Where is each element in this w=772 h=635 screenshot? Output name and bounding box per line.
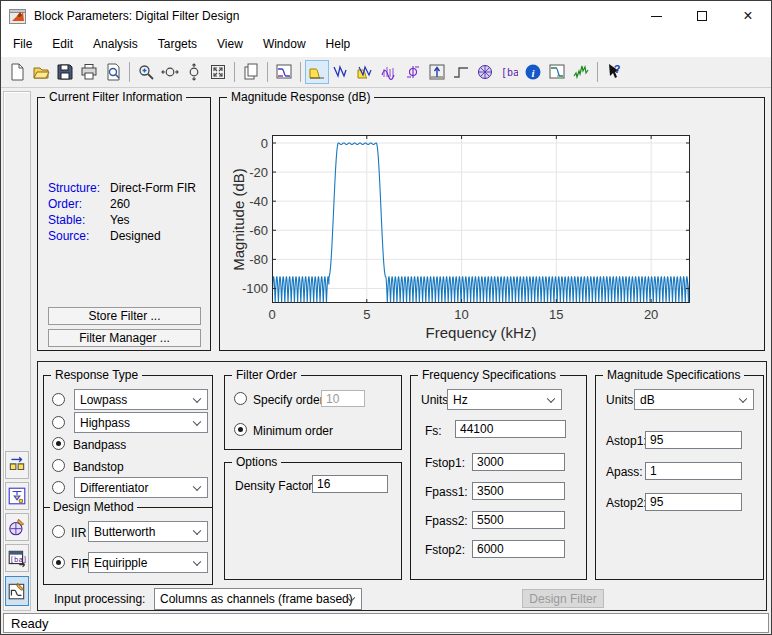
fir-method-combo[interactable]: Equiripple — [88, 552, 208, 573]
print-icon — [80, 63, 98, 81]
filter-visualization-button[interactable] — [272, 60, 296, 84]
menu-targets[interactable]: Targets — [148, 33, 207, 55]
lowpass-combo[interactable]: Lowpass — [74, 389, 208, 410]
svg-text:[ba]: [ba] — [10, 555, 27, 564]
maximize-icon — [697, 11, 707, 21]
open-button[interactable] — [29, 60, 53, 84]
specify-order-label: Specify order: — [253, 393, 327, 407]
zoom-x-button[interactable] — [158, 60, 182, 84]
group-delay-button[interactable] — [377, 60, 401, 84]
filter-specifications-icon — [548, 63, 566, 81]
print-to-figure-button[interactable] — [239, 60, 263, 84]
specify-order-radio[interactable] — [234, 392, 247, 405]
menu-window[interactable]: Window — [253, 33, 316, 55]
mag-units-combo[interactable]: dB — [634, 389, 754, 410]
chevron-down-icon — [193, 417, 201, 425]
chevron-down-icon — [193, 482, 201, 490]
design-filter-button[interactable]: Design Filter — [522, 589, 604, 608]
phase-delay-button[interactable] — [401, 60, 425, 84]
filter-info-button[interactable]: i — [521, 60, 545, 84]
import-filter-button[interactable]: [ba] — [5, 544, 29, 572]
bandstop-label: Bandstop — [73, 460, 124, 474]
phase-response-button[interactable] — [329, 60, 353, 84]
menubar: File Edit Analysis Targets View Window H… — [1, 31, 771, 57]
order-label: Order: — [48, 197, 82, 211]
fir-radio[interactable] — [52, 556, 65, 569]
step-response-button[interactable] — [449, 60, 473, 84]
panel-title: Response Type — [51, 368, 142, 382]
menu-file[interactable]: File — [3, 33, 42, 55]
zoom-y-button[interactable] — [182, 60, 206, 84]
menu-view[interactable]: View — [207, 33, 253, 55]
bandstop-radio[interactable] — [52, 459, 65, 472]
astop2-input[interactable] — [645, 493, 742, 511]
full-view-button[interactable] — [206, 60, 230, 84]
status-text: Ready — [11, 616, 49, 631]
pole-zero-editor-button[interactable] — [5, 513, 29, 541]
apass-input[interactable] — [645, 462, 742, 480]
astop1-label: Astop1: — [606, 434, 647, 448]
new-button[interactable] — [5, 60, 29, 84]
iir-radio[interactable] — [52, 525, 65, 538]
pole-zero-button[interactable] — [473, 60, 497, 84]
group-delay-icon — [380, 63, 398, 81]
impulse-response-button[interactable] — [425, 60, 449, 84]
fstop1-label: Fstop1: — [425, 456, 465, 470]
filter-info-icon: i — [524, 63, 542, 81]
fstop1-input[interactable] — [472, 453, 565, 471]
iir-method-combo[interactable]: Butterworth — [88, 521, 208, 542]
panel-title: Current Filter Information — [45, 90, 186, 104]
bandpass-radio[interactable] — [52, 437, 65, 450]
order-value: 260 — [110, 197, 130, 211]
context-help-button[interactable]: ? — [602, 60, 626, 84]
zoom-in-button[interactable] — [134, 60, 158, 84]
specify-order-input[interactable] — [321, 390, 365, 407]
pole-zero-icon — [476, 63, 494, 81]
filter-specifications-button[interactable] — [545, 60, 569, 84]
source-label: Source: — [48, 229, 89, 243]
fstop2-input[interactable] — [472, 540, 565, 558]
highpass-radio[interactable] — [52, 416, 65, 429]
zoom-y-icon — [185, 63, 203, 81]
highpass-combo[interactable]: Highpass — [74, 412, 208, 433]
input-processing-combo[interactable]: Columns as channels (frame based) — [154, 588, 362, 610]
magnitude-response-button[interactable] — [305, 60, 329, 84]
magnitude-phase-icon — [356, 63, 374, 81]
store-filter-button[interactable]: Store Filter ... — [48, 307, 201, 325]
maximize-button[interactable] — [679, 1, 725, 31]
source-value: Designed — [110, 229, 161, 243]
magnitude-response-panel: Magnitude Response (dB) 05101520 0-20-40… — [219, 97, 765, 351]
transform-filter-button[interactable] — [5, 451, 29, 479]
minimize-button[interactable] — [633, 1, 679, 31]
minimum-order-radio[interactable] — [234, 423, 247, 436]
differentiator-radio[interactable] — [52, 481, 65, 494]
step-response-icon — [452, 63, 470, 81]
save-icon — [56, 63, 74, 81]
density-factor-input[interactable] — [312, 475, 388, 493]
magnitude-phase-button[interactable] — [353, 60, 377, 84]
coefficients-button[interactable]: [ba] — [497, 60, 521, 84]
matlab-app-icon — [9, 9, 26, 24]
fpass1-input[interactable] — [472, 482, 565, 500]
print-button[interactable] — [77, 60, 101, 84]
noise-psd-button[interactable] — [569, 60, 593, 84]
menu-edit[interactable]: Edit — [42, 33, 83, 55]
lowpass-radio[interactable] — [52, 393, 65, 406]
save-button[interactable] — [53, 60, 77, 84]
freq-units-combo[interactable]: Hz — [447, 389, 562, 410]
fs-input[interactable] — [455, 420, 566, 438]
density-factor-label: Density Factor: — [235, 479, 316, 493]
frequency-specifications-panel: Frequency Specifications Units: Hz Fs: F… — [410, 375, 587, 580]
menu-help[interactable]: Help — [316, 33, 361, 55]
filter-manager-button[interactable]: Filter Manager ... — [48, 329, 201, 347]
current-filter-information-panel: Current Filter Information Structure: Di… — [37, 97, 211, 351]
menu-analysis[interactable]: Analysis — [83, 33, 148, 55]
astop1-input[interactable] — [645, 431, 742, 449]
multirate-filter-button[interactable] — [5, 482, 29, 510]
differentiator-combo[interactable]: Differentiator — [74, 477, 208, 498]
design-filter-mode-button[interactable] — [5, 576, 29, 606]
close-button[interactable]: × — [725, 1, 771, 31]
fpass2-input[interactable] — [472, 511, 565, 529]
status-bar: Ready — [3, 613, 769, 633]
print-preview-button[interactable] — [101, 60, 125, 84]
